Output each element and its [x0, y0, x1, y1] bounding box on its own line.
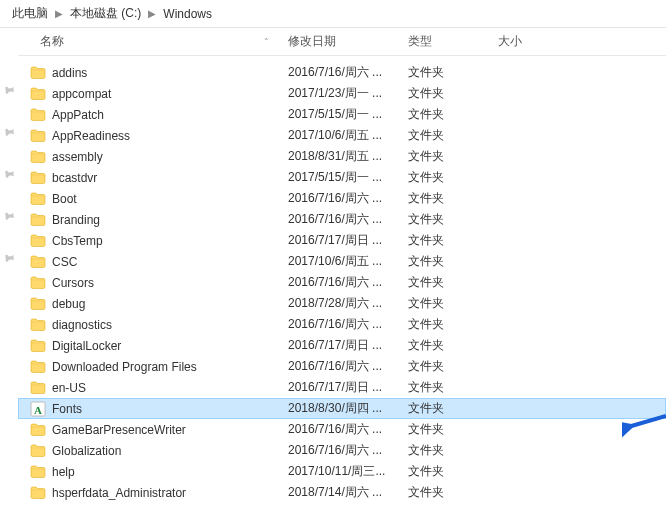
pin-icon	[0, 206, 18, 227]
file-list: addins2016/7/16/周六 ...文件夹appcompat2017/1…	[18, 56, 666, 503]
file-type: 文件夹	[408, 274, 498, 291]
file-type: 文件夹	[408, 169, 498, 186]
chevron-right-icon: ▶	[145, 8, 159, 19]
breadcrumb-segment[interactable]: Windows	[159, 7, 216, 21]
file-type: 文件夹	[408, 148, 498, 165]
table-row[interactable]: Downloaded Program Files2016/7/16/周六 ...…	[18, 356, 666, 377]
file-date: 2016/7/16/周六 ...	[288, 274, 408, 291]
file-name: Fonts	[48, 402, 288, 416]
file-type: 文件夹	[408, 64, 498, 81]
file-name: en-US	[48, 381, 288, 395]
table-row[interactable]: debug2018/7/28/周六 ...文件夹	[18, 293, 666, 314]
breadcrumb-segment[interactable]: 此电脑	[8, 5, 52, 22]
file-date: 2016/7/16/周六 ...	[288, 358, 408, 375]
file-type: 文件夹	[408, 316, 498, 333]
file-name: Globalization	[48, 444, 288, 458]
file-name: AppReadiness	[48, 129, 288, 143]
file-type: 文件夹	[408, 358, 498, 375]
file-name: GameBarPresenceWriter	[48, 423, 288, 437]
file-name: bcastdvr	[48, 171, 288, 185]
file-name: Downloaded Program Files	[48, 360, 288, 374]
folder-icon	[28, 65, 48, 81]
file-type: 文件夹	[408, 400, 498, 417]
breadcrumb[interactable]: 此电脑 ▶ 本地磁盘 (C:) ▶ Windows	[0, 0, 666, 28]
file-date: 2018/8/31/周五 ...	[288, 148, 408, 165]
file-type: 文件夹	[408, 463, 498, 480]
column-name[interactable]: 名称 ˄	[18, 28, 278, 55]
table-row[interactable]: bcastdvr2017/5/15/周一 ...文件夹	[18, 167, 666, 188]
folder-icon	[28, 443, 48, 459]
file-name: Boot	[48, 192, 288, 206]
folder-icon	[28, 191, 48, 207]
folder-icon	[28, 380, 48, 396]
file-type: 文件夹	[408, 106, 498, 123]
table-row[interactable]: AFonts2018/8/30/周四 ...文件夹	[18, 398, 666, 419]
file-name: AppPatch	[48, 108, 288, 122]
breadcrumb-segment[interactable]: 本地磁盘 (C:)	[66, 5, 145, 22]
file-type: 文件夹	[408, 295, 498, 312]
file-type: 文件夹	[408, 484, 498, 501]
file-date: 2016/7/16/周六 ...	[288, 211, 408, 228]
quick-access-gutter	[0, 28, 18, 515]
table-row[interactable]: appcompat2017/1/23/周一 ...文件夹	[18, 83, 666, 104]
file-date: 2016/7/16/周六 ...	[288, 190, 408, 207]
column-type-label: 类型	[408, 33, 432, 50]
folder-icon	[28, 275, 48, 291]
file-name: CSC	[48, 255, 288, 269]
pin-icon	[0, 248, 18, 269]
table-row[interactable]: CSC2017/10/6/周五 ...文件夹	[18, 251, 666, 272]
file-date: 2016/7/17/周日 ...	[288, 337, 408, 354]
folder-icon	[28, 233, 48, 249]
table-row[interactable]: assembly2018/8/31/周五 ...文件夹	[18, 146, 666, 167]
folder-icon	[28, 317, 48, 333]
file-date: 2017/5/15/周一 ...	[288, 106, 408, 123]
folder-icon	[28, 338, 48, 354]
folder-icon	[28, 107, 48, 123]
table-row[interactable]: addins2016/7/16/周六 ...文件夹	[18, 62, 666, 83]
table-row[interactable]: DigitalLocker2016/7/17/周日 ...文件夹	[18, 335, 666, 356]
file-date: 2016/7/16/周六 ...	[288, 421, 408, 438]
file-date: 2016/7/16/周六 ...	[288, 316, 408, 333]
column-date[interactable]: 修改日期	[278, 28, 398, 55]
table-row[interactable]: hsperfdata_Administrator2018/7/14/周六 ...…	[18, 482, 666, 503]
fonts-folder-icon: A	[28, 401, 48, 417]
pin-icon	[0, 164, 18, 185]
folder-icon	[28, 86, 48, 102]
table-row[interactable]: en-US2016/7/17/周日 ...文件夹	[18, 377, 666, 398]
file-date: 2018/8/30/周四 ...	[288, 400, 408, 417]
file-name: Cursors	[48, 276, 288, 290]
file-date: 2017/1/23/周一 ...	[288, 85, 408, 102]
table-row[interactable]: Branding2016/7/16/周六 ...文件夹	[18, 209, 666, 230]
pin-icon	[0, 80, 18, 101]
table-row[interactable]: diagnostics2016/7/16/周六 ...文件夹	[18, 314, 666, 335]
table-row[interactable]: Boot2016/7/16/周六 ...文件夹	[18, 188, 666, 209]
sort-asc-icon: ˄	[264, 37, 269, 47]
table-row[interactable]: AppReadiness2017/10/6/周五 ...文件夹	[18, 125, 666, 146]
file-date: 2016/7/16/周六 ...	[288, 64, 408, 81]
file-type: 文件夹	[408, 190, 498, 207]
pin-icon	[0, 122, 18, 143]
table-row[interactable]: help2017/10/11/周三...文件夹	[18, 461, 666, 482]
folder-icon	[28, 296, 48, 312]
table-row[interactable]: CbsTemp2016/7/17/周日 ...文件夹	[18, 230, 666, 251]
file-name: addins	[48, 66, 288, 80]
file-type: 文件夹	[408, 127, 498, 144]
table-row[interactable]: Globalization2016/7/16/周六 ...文件夹	[18, 440, 666, 461]
file-name: help	[48, 465, 288, 479]
file-date: 2018/7/28/周六 ...	[288, 295, 408, 312]
file-date: 2017/10/11/周三...	[288, 463, 408, 480]
folder-icon	[28, 485, 48, 501]
svg-text:A: A	[34, 403, 42, 415]
file-type: 文件夹	[408, 211, 498, 228]
table-row[interactable]: AppPatch2017/5/15/周一 ...文件夹	[18, 104, 666, 125]
table-row[interactable]: Cursors2016/7/16/周六 ...文件夹	[18, 272, 666, 293]
column-size[interactable]: 大小	[488, 28, 568, 55]
folder-icon	[28, 422, 48, 438]
chevron-right-icon: ▶	[52, 8, 66, 19]
folder-icon	[28, 464, 48, 480]
file-name: Branding	[48, 213, 288, 227]
file-type: 文件夹	[408, 442, 498, 459]
table-row[interactable]: GameBarPresenceWriter2016/7/16/周六 ...文件夹	[18, 419, 666, 440]
column-type[interactable]: 类型	[398, 28, 488, 55]
file-type: 文件夹	[408, 232, 498, 249]
